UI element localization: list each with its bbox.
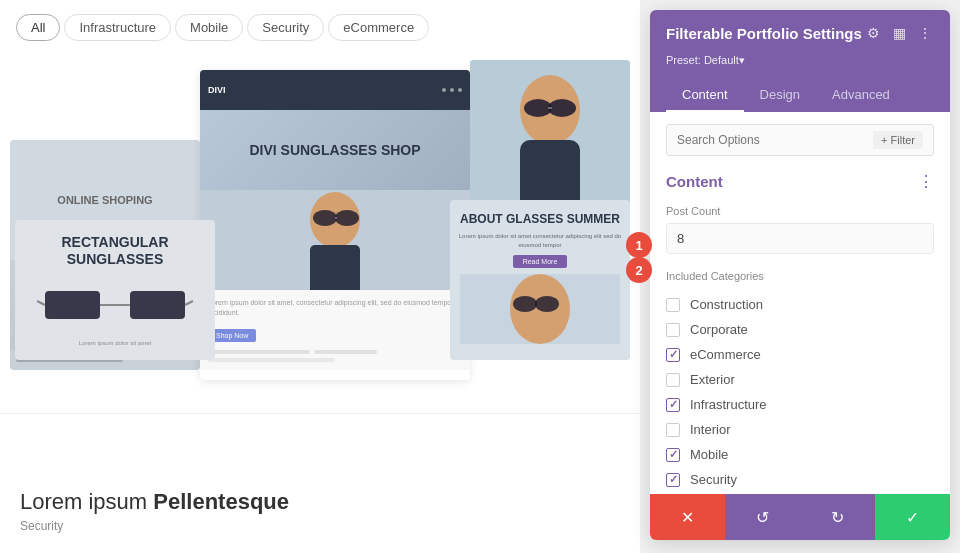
panel-preset[interactable]: Preset: Default▾ bbox=[666, 54, 934, 67]
post-count-group: Post Count bbox=[666, 205, 934, 254]
checkmark-ecommerce: ✓ bbox=[669, 348, 678, 361]
svg-line-27 bbox=[185, 301, 193, 305]
checkbox-interior[interactable] bbox=[666, 423, 680, 437]
svg-point-30 bbox=[513, 296, 537, 312]
category-security-label: Security bbox=[690, 472, 737, 487]
category-infrastructure: ✓ Infrastructure bbox=[666, 392, 934, 417]
category-ecommerce: ✓ eCommerce bbox=[666, 342, 934, 367]
redo-button[interactable]: ↻ bbox=[800, 494, 875, 540]
shop-hero: DIVI SUNGLASSES SHOP bbox=[200, 110, 470, 190]
step-indicator-2: 2 bbox=[626, 257, 652, 283]
panel-header-icons: ⚙ ▦ ⋮ bbox=[864, 24, 934, 42]
settings-icon[interactable]: ⚙ bbox=[864, 24, 882, 42]
panel-title: Filterable Portfolio Settings bbox=[666, 25, 862, 42]
section-more-icon[interactable]: ⋮ bbox=[918, 172, 934, 191]
category-corporate: Corporate bbox=[666, 317, 934, 342]
panel-footer: ✕ ↺ ↻ ✓ bbox=[650, 494, 950, 540]
tab-design[interactable]: Design bbox=[744, 79, 816, 112]
svg-point-14 bbox=[524, 99, 552, 117]
shop-text: Lorem ipsum dolor sit amet, consectetur … bbox=[208, 298, 462, 318]
category-corporate-label: Corporate bbox=[690, 322, 748, 337]
shop-button[interactable]: Shop Now bbox=[208, 329, 256, 342]
filter-tabs: All Infrastructure Mobile Security eComm… bbox=[0, 0, 445, 55]
panel-about-glasses: ABOUT GLASSES SUMMER Lorem ipsum dolor s… bbox=[450, 200, 630, 360]
tab-content[interactable]: Content bbox=[666, 79, 744, 112]
svg-rect-23 bbox=[45, 291, 100, 319]
tab-mobile[interactable]: Mobile bbox=[175, 14, 243, 41]
shop-content: Lorem ipsum dolor sit amet, consectetur … bbox=[200, 290, 470, 370]
section-header: Content ⋮ bbox=[666, 172, 934, 191]
shop-title: DIVI SUNGLASSES SHOP bbox=[249, 142, 420, 159]
rectangular-text: RECTANGULAR SUNGLASSES bbox=[15, 234, 215, 268]
checkbox-corporate[interactable] bbox=[666, 323, 680, 337]
category-interior-label: Interior bbox=[690, 422, 730, 437]
panel-divi-shop: DIVI DIVI SUNGLASSES SHOP bbox=[200, 70, 470, 380]
panel-tabs: Content Design Advanced bbox=[666, 79, 934, 112]
bottom-section: Lorem ipsum Pellentesque Security bbox=[0, 413, 640, 553]
online-shopping-text: ONLINE SHOPING bbox=[52, 189, 157, 211]
panel-header-top: Filterable Portfolio Settings ⚙ ▦ ⋮ bbox=[666, 24, 934, 42]
settings-panel: Filterable Portfolio Settings ⚙ ▦ ⋮ Pres… bbox=[650, 10, 950, 540]
checkbox-ecommerce[interactable]: ✓ bbox=[666, 348, 680, 362]
post-count-input[interactable] bbox=[666, 223, 934, 254]
shop-image bbox=[200, 190, 470, 290]
svg-rect-7 bbox=[310, 245, 360, 290]
undo-button[interactable]: ↺ bbox=[725, 494, 800, 540]
categories-label: Included Categories bbox=[666, 270, 934, 282]
checkmark-security: ✓ bbox=[669, 473, 678, 486]
portfolio-area: ONLINE SHOPING bbox=[0, 50, 640, 470]
category-ecommerce-label: eCommerce bbox=[690, 347, 761, 362]
svg-point-8 bbox=[313, 210, 337, 226]
step-indicator-1: 1 bbox=[626, 232, 652, 258]
panel-header: Filterable Portfolio Settings ⚙ ▦ ⋮ Pres… bbox=[650, 10, 950, 112]
checkbox-exterior[interactable] bbox=[666, 373, 680, 387]
panel-body: + Filter Content ⋮ Post Count Included C… bbox=[650, 112, 950, 494]
layout-icon[interactable]: ▦ bbox=[890, 24, 908, 42]
page-title: Lorem ipsum Pellentesque bbox=[20, 489, 289, 515]
categories-group: Included Categories Construction Corpora… bbox=[666, 270, 934, 492]
section-title: Content bbox=[666, 173, 723, 190]
filter-button[interactable]: + Filter bbox=[873, 131, 923, 149]
svg-line-26 bbox=[37, 301, 45, 305]
checkmark-mobile: ✓ bbox=[669, 448, 678, 461]
category-construction-label: Construction bbox=[690, 297, 763, 312]
checkbox-infrastructure[interactable]: ✓ bbox=[666, 398, 680, 412]
tab-infrastructure[interactable]: Infrastructure bbox=[64, 14, 171, 41]
checkmark-infrastructure: ✓ bbox=[669, 398, 678, 411]
cancel-button[interactable]: ✕ bbox=[650, 494, 725, 540]
category-interior: Interior bbox=[666, 417, 934, 442]
main-content: All Infrastructure Mobile Security eComm… bbox=[0, 0, 640, 553]
category-mobile: ✓ Mobile bbox=[666, 442, 934, 467]
svg-point-9 bbox=[335, 210, 359, 226]
svg-point-15 bbox=[548, 99, 576, 117]
save-button[interactable]: ✓ bbox=[875, 494, 950, 540]
tab-ecommerce[interactable]: eCommerce bbox=[328, 14, 429, 41]
about-text: ABOUT GLASSES SUMMER bbox=[460, 212, 620, 226]
checkbox-mobile[interactable]: ✓ bbox=[666, 448, 680, 462]
more-icon[interactable]: ⋮ bbox=[916, 24, 934, 42]
svg-point-31 bbox=[535, 296, 559, 312]
post-count-label: Post Count bbox=[666, 205, 934, 217]
category-construction: Construction bbox=[666, 292, 934, 317]
tab-all[interactable]: All bbox=[16, 14, 60, 41]
search-input[interactable] bbox=[677, 133, 873, 147]
divi-logo: DIVI bbox=[208, 85, 226, 95]
page-subtitle: Security bbox=[20, 519, 289, 533]
checkbox-security[interactable]: ✓ bbox=[666, 473, 680, 487]
panel-rectangular: RECTANGULAR SUNGLASSES Lorem ipsum dolor… bbox=[15, 220, 215, 360]
shop-header: DIVI bbox=[200, 70, 470, 110]
tab-security[interactable]: Security bbox=[247, 14, 324, 41]
tab-advanced[interactable]: Advanced bbox=[816, 79, 906, 112]
search-bar: + Filter bbox=[666, 124, 934, 156]
checkbox-construction[interactable] bbox=[666, 298, 680, 312]
category-infrastructure-label: Infrastructure bbox=[690, 397, 767, 412]
read-more-button[interactable]: Read More bbox=[513, 255, 568, 268]
category-exterior: Exterior bbox=[666, 367, 934, 392]
category-exterior-label: Exterior bbox=[690, 372, 735, 387]
svg-rect-24 bbox=[130, 291, 185, 319]
category-security: ✓ Security bbox=[666, 467, 934, 492]
category-mobile-label: Mobile bbox=[690, 447, 728, 462]
